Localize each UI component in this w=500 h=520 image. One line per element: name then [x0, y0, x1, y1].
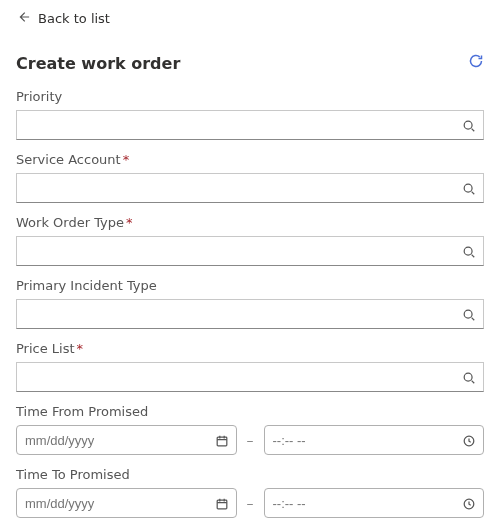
refresh-button[interactable] — [468, 53, 484, 73]
work-order-type-input[interactable] — [16, 236, 484, 266]
back-to-list-link[interactable]: Back to list — [16, 10, 484, 27]
time-to-promised-label: Time To Promised — [16, 467, 484, 482]
time-from-date-input[interactable] — [16, 425, 237, 455]
range-separator: – — [245, 432, 256, 448]
time-from-promised-label: Time From Promised — [16, 404, 484, 419]
arrow-left-icon — [16, 10, 30, 27]
time-to-date-input[interactable] — [16, 488, 237, 518]
page-title: Create work order — [16, 54, 180, 73]
back-label: Back to list — [38, 11, 110, 26]
time-to-time-input[interactable] — [264, 488, 485, 518]
time-from-time-input[interactable] — [264, 425, 485, 455]
price-list-input[interactable] — [16, 362, 484, 392]
price-list-label: Price List* — [16, 341, 484, 356]
priority-input[interactable] — [16, 110, 484, 140]
primary-incident-type-input[interactable] — [16, 299, 484, 329]
priority-label: Priority — [16, 89, 484, 104]
service-account-input[interactable] — [16, 173, 484, 203]
refresh-icon — [468, 54, 484, 73]
service-account-label: Service Account* — [16, 152, 484, 167]
work-order-type-label: Work Order Type* — [16, 215, 484, 230]
range-separator: – — [245, 495, 256, 511]
primary-incident-type-label: Primary Incident Type — [16, 278, 484, 293]
